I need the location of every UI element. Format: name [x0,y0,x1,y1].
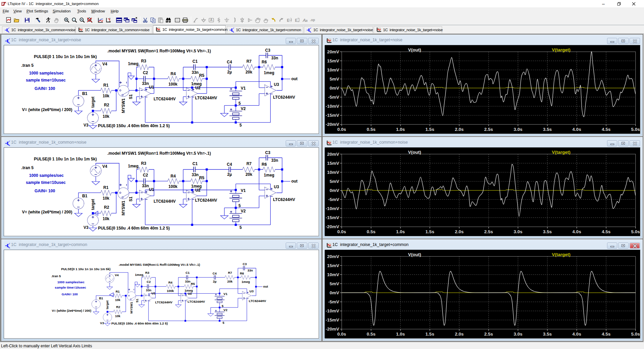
svg-text:.op: .op [310,18,315,22]
svg-text:E: E [295,18,298,23]
svg-text:A: A [210,18,213,22]
svg-text:E: E [287,18,289,23]
svg-text:a: a [306,19,308,22]
